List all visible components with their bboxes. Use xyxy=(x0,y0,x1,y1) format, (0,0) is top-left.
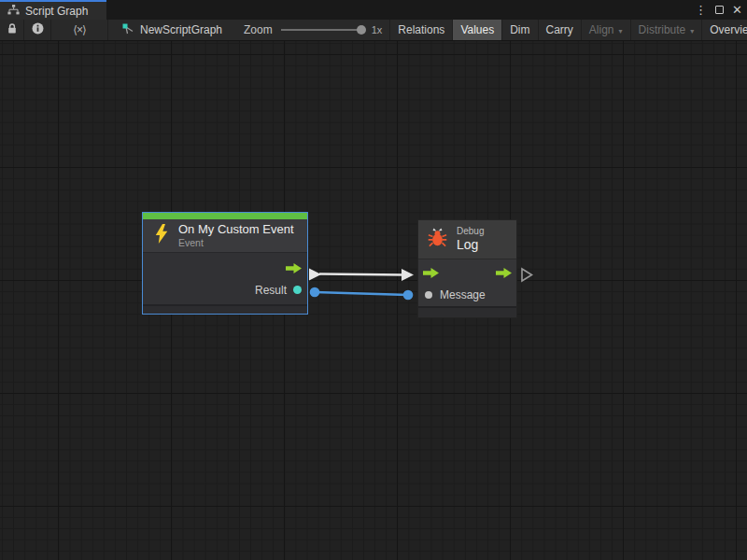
node-footer xyxy=(418,306,516,317)
maximize-icon[interactable] xyxy=(715,6,724,14)
tab-script-graph[interactable]: Script Graph xyxy=(0,0,106,20)
flow-input-arrow-icon xyxy=(423,268,439,278)
flow-output-arrow-icon xyxy=(496,268,512,278)
graph-name-breadcrumb[interactable]: NewScriptGraph xyxy=(122,20,222,40)
script-graph-asset-icon xyxy=(122,23,134,37)
node-footer xyxy=(143,304,307,314)
node-debug-log[interactable]: Debug Log Message xyxy=(417,219,517,318)
distribute-dropdown[interactable]: Distribute ▾ xyxy=(630,20,702,40)
node-subtitle: Event xyxy=(178,237,294,248)
lock-button[interactable] xyxy=(0,20,24,40)
info-icon xyxy=(32,22,44,37)
result-port-dot[interactable] xyxy=(293,286,302,294)
close-icon[interactable]: ✕ xyxy=(732,4,742,16)
message-input-port-row[interactable]: Message xyxy=(418,284,516,305)
flow-port-row[interactable] xyxy=(418,262,516,284)
overview-button[interactable]: Overview xyxy=(701,20,747,40)
toolbar-toggle-group: Relations Values Dim Carry Align ▾ Distr… xyxy=(389,20,747,40)
titlebar: Script Graph ⋮ ✕ xyxy=(0,0,747,20)
result-output-port-row[interactable]: Result xyxy=(143,279,307,301)
carry-button[interactable]: Carry xyxy=(538,20,581,40)
lock-icon xyxy=(7,22,18,37)
node-header[interactable]: On My Custom Event Event xyxy=(143,219,307,253)
flow-wire[interactable] xyxy=(309,269,414,282)
zoom-slider-handle[interactable] xyxy=(357,25,366,35)
zoom-slider[interactable] xyxy=(281,29,365,31)
zoom-control: Zoom 1x xyxy=(244,20,386,40)
result-port-label: Result xyxy=(255,284,287,297)
node-surtitle: Debug xyxy=(457,226,484,237)
value-wire[interactable] xyxy=(310,287,414,301)
info-button[interactable] xyxy=(24,20,51,40)
node-title: On My Custom Event xyxy=(178,223,294,237)
unconnected-flow-port[interactable] xyxy=(522,269,532,281)
node-on-my-custom-event[interactable]: On My Custom Event Event Result xyxy=(142,212,308,315)
flow-arrow-icon xyxy=(286,263,302,273)
message-port-label: Message xyxy=(440,288,486,301)
zoom-label: Zoom xyxy=(244,23,273,36)
code-view-icon: ⟨×⟩ xyxy=(73,23,85,36)
chevron-down-icon: ▾ xyxy=(619,27,623,35)
node-title: Log xyxy=(457,237,484,253)
graph-canvas[interactable]: On My Custom Event Event Result xyxy=(0,41,747,560)
event-accent-bar xyxy=(143,213,307,219)
wire-layer xyxy=(0,41,747,560)
window-menu-icon[interactable]: ⋮ xyxy=(695,4,707,16)
code-view-button[interactable]: ⟨×⟩ xyxy=(51,20,108,40)
toolbar: ⟨×⟩ NewScriptGraph Zoom 1x Relations Val… xyxy=(0,20,747,41)
graph-hierarchy-icon xyxy=(7,5,20,18)
bug-icon xyxy=(427,227,448,252)
dim-button[interactable]: Dim xyxy=(501,20,537,40)
relations-button[interactable]: Relations xyxy=(389,20,452,40)
tab-title: Script Graph xyxy=(25,5,88,18)
node-header[interactable]: Debug Log xyxy=(418,220,516,259)
message-port-dot[interactable] xyxy=(425,291,432,299)
align-dropdown[interactable]: Align ▾ xyxy=(581,20,630,40)
chevron-down-icon: ▾ xyxy=(690,27,694,35)
lightning-bolt-icon xyxy=(155,224,168,247)
graph-name-label: NewScriptGraph xyxy=(140,23,222,36)
flow-output-port-row[interactable] xyxy=(143,258,307,279)
zoom-value: 1x xyxy=(372,24,383,35)
values-button[interactable]: Values xyxy=(452,20,501,40)
